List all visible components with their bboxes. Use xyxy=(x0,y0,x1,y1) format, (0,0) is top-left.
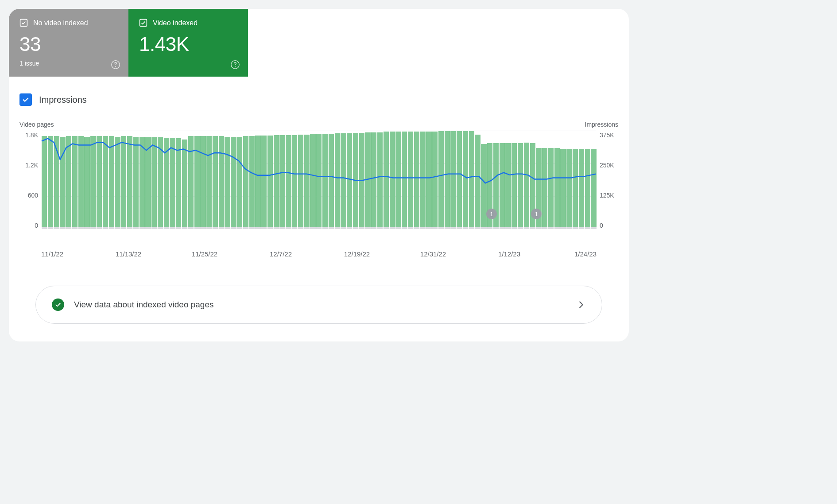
view-indexed-action[interactable]: View data about indexed video pages xyxy=(35,286,602,324)
impressions-label: Impressions xyxy=(39,95,87,105)
impressions-checkbox[interactable] xyxy=(19,93,32,106)
chart-annotation-marker[interactable]: 1 xyxy=(486,209,497,219)
y-tick: 1.8K xyxy=(19,132,38,139)
help-icon[interactable] xyxy=(230,60,240,70)
x-tick: 1/12/23 xyxy=(498,250,520,258)
plot xyxy=(42,131,596,229)
y-tick: 0 xyxy=(600,222,618,229)
checkbox-checked-icon xyxy=(19,19,28,27)
chevron-right-icon xyxy=(576,300,586,310)
x-tick: 12/19/22 xyxy=(344,250,370,258)
help-icon[interactable] xyxy=(111,60,120,70)
axis-left-label: Video pages xyxy=(19,121,54,128)
chart-area: Video pages Impressions 1.8K 1.2K 600 0 … xyxy=(9,106,629,259)
x-tick: 12/31/22 xyxy=(420,250,446,258)
x-tick: 12/7/22 xyxy=(270,250,292,258)
axis-right-label: Impressions xyxy=(585,121,618,128)
y-tick: 0 xyxy=(19,222,38,229)
tab-no-video-indexed[interactable]: No video indexed 33 1 issue xyxy=(9,9,128,77)
y-tick: 375K xyxy=(600,132,618,139)
report-card: No video indexed 33 1 issue Video indexe… xyxy=(9,9,629,341)
tab-no-video-label: No video indexed xyxy=(33,19,88,27)
action-label: View data about indexed video pages xyxy=(74,300,576,310)
y-tick: 125K xyxy=(600,192,618,199)
x-tick: 11/25/22 xyxy=(192,250,217,258)
x-tick: 11/13/22 xyxy=(116,250,141,258)
stat-tabs: No video indexed 33 1 issue Video indexe… xyxy=(9,9,629,77)
svg-point-2 xyxy=(115,66,116,67)
tab-indexed-label: Video indexed xyxy=(153,19,198,27)
x-tick: 11/1/22 xyxy=(41,250,63,258)
check-icon xyxy=(22,96,30,104)
impressions-line xyxy=(42,131,596,229)
tab-no-video-note: 1 issue xyxy=(19,60,118,67)
y-tick: 250K xyxy=(600,162,618,169)
check-circle-icon xyxy=(52,299,64,311)
x-tick: 1/24/23 xyxy=(574,250,597,258)
svg-point-5 xyxy=(235,66,236,67)
x-axis: 11/1/2211/13/2211/25/2212/7/2212/19/2212… xyxy=(52,250,585,259)
tab-video-indexed[interactable]: Video indexed 1.43K xyxy=(128,9,248,77)
tab-no-video-value: 33 xyxy=(19,33,118,55)
y-tick: 600 xyxy=(19,192,38,199)
chart-annotation-marker[interactable]: 1 xyxy=(531,209,542,219)
y-axis-right: 375K 250K 125K 0 xyxy=(596,131,618,229)
checkbox-checked-icon xyxy=(139,19,147,27)
y-axis-left: 1.8K 1.2K 600 0 xyxy=(19,131,42,229)
impressions-toggle-row: Impressions xyxy=(9,77,629,106)
y-tick: 1.2K xyxy=(19,162,38,169)
tab-indexed-value: 1.43K xyxy=(139,33,237,55)
